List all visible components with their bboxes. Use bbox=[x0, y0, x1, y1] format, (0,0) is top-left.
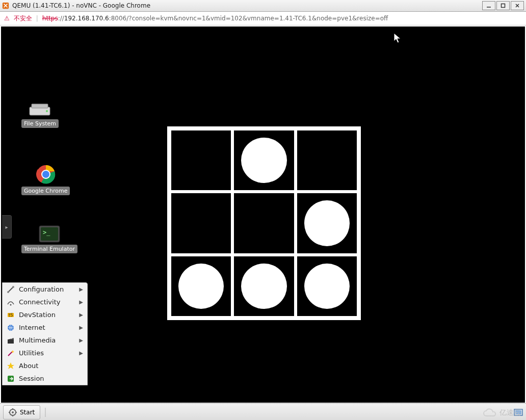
mouse-cursor-icon bbox=[393, 33, 402, 44]
not-secure-icon: ⚠ bbox=[4, 15, 10, 22]
app-icon bbox=[2, 2, 9, 9]
globe-icon bbox=[7, 324, 15, 332]
chevron-right-icon: ▶ bbox=[79, 350, 83, 356]
taskbar-separator bbox=[43, 407, 47, 418]
start-menu-item-about[interactable]: About bbox=[3, 359, 87, 372]
loading-throbber bbox=[167, 126, 361, 320]
start-menu-item-configuration[interactable]: Configuration▶ bbox=[3, 283, 87, 296]
throbber-cell bbox=[297, 130, 357, 190]
system-tray bbox=[514, 409, 523, 416]
chrome-icon bbox=[36, 164, 56, 185]
chevron-right-icon: ▶ bbox=[79, 325, 83, 330]
chevron-right-icon: ▶ bbox=[79, 312, 83, 318]
separator: | bbox=[36, 15, 38, 22]
desktop-icon-label: Terminal Emulator bbox=[21, 245, 77, 253]
devstation-icon: tS bbox=[7, 311, 15, 319]
start-menu: Configuration▶Connectivity▶tSDevStation▶… bbox=[2, 282, 88, 385]
vnc-canvas[interactable]: ▸ File System Google Chrome >_ Terminal … bbox=[1, 27, 525, 403]
svg-text:>_: >_ bbox=[43, 229, 50, 236]
throbber-cell bbox=[234, 130, 294, 190]
exit-icon bbox=[7, 375, 15, 383]
svg-point-28 bbox=[12, 411, 14, 413]
start-menu-item-connectivity[interactable]: Connectivity▶ bbox=[3, 296, 87, 308]
svg-point-8 bbox=[42, 171, 49, 178]
start-menu-item-devstation[interactable]: tSDevStation▶ bbox=[3, 308, 87, 321]
url-display[interactable]: https://192.168.170.6:8006/?console=kvm&… bbox=[42, 15, 388, 22]
throbber-dot bbox=[304, 264, 350, 309]
window-title: QEMU (1.41-TC6.1) - noVNC - Google Chrom… bbox=[12, 2, 482, 9]
taskbar: Start bbox=[0, 403, 526, 420]
content-area: ▸ File System Google Chrome >_ Terminal … bbox=[0, 25, 526, 420]
desktop-icon-label: Google Chrome bbox=[21, 187, 70, 195]
tools-icon bbox=[7, 285, 15, 294]
svg-rect-2 bbox=[502, 4, 505, 8]
address-bar: ⚠ 不安全 | https://192.168.170.6:8006/?cons… bbox=[0, 12, 526, 25]
titlebar: QEMU (1.41-TC6.1) - noVNC - Google Chrom… bbox=[0, 0, 526, 12]
menu-item-label: Internet bbox=[19, 324, 75, 331]
start-button[interactable]: Start bbox=[3, 405, 40, 419]
menu-item-label: DevStation bbox=[19, 311, 75, 319]
terminal-icon: >_ bbox=[39, 225, 60, 243]
start-menu-item-utilities[interactable]: Utilities▶ bbox=[3, 347, 87, 359]
network-icon bbox=[7, 298, 15, 306]
window-controls bbox=[482, 1, 524, 10]
url-sep: :// bbox=[58, 15, 64, 22]
svg-text:tS: tS bbox=[9, 313, 13, 318]
url-scheme: https bbox=[42, 15, 58, 22]
chevron-right-icon: ▶ bbox=[79, 337, 83, 343]
desktop-icon-terminal-emulator[interactable]: >_ Terminal Emulator bbox=[21, 225, 77, 253]
clapper-icon bbox=[7, 336, 15, 345]
chevron-right-icon: ▶ bbox=[79, 286, 83, 292]
url-path: :8006/?console=kvm&novnc=1&vmid=102&vmna… bbox=[109, 15, 388, 22]
svg-point-16 bbox=[12, 286, 14, 288]
menu-item-label: Session bbox=[19, 375, 83, 382]
start-menu-item-multimedia[interactable]: Multimedia▶ bbox=[3, 334, 87, 347]
start-menu-item-session[interactable]: Session bbox=[3, 372, 87, 385]
novnc-control-handle[interactable]: ▸ bbox=[2, 215, 12, 239]
svg-rect-23 bbox=[10, 338, 10, 339]
throbber-dot bbox=[304, 200, 350, 246]
svg-point-15 bbox=[7, 291, 9, 293]
svg-rect-21 bbox=[8, 339, 14, 344]
throbber-cell bbox=[171, 256, 231, 316]
menu-item-label: Connectivity bbox=[19, 298, 75, 306]
drive-icon bbox=[29, 103, 51, 117]
menu-item-label: Multimedia bbox=[19, 336, 75, 344]
star-icon bbox=[7, 362, 15, 370]
throbber-cell bbox=[171, 130, 231, 190]
throbber-cell bbox=[297, 193, 357, 253]
svg-rect-4 bbox=[32, 104, 48, 108]
url-host: 192.168.170.6 bbox=[64, 15, 109, 22]
throbber-cell bbox=[297, 256, 357, 316]
throbber-cell bbox=[171, 193, 231, 253]
svg-point-17 bbox=[10, 304, 12, 305]
close-button[interactable] bbox=[511, 1, 524, 10]
throbber-cell bbox=[234, 256, 294, 316]
gear-icon bbox=[9, 408, 17, 416]
wand-icon bbox=[7, 349, 15, 357]
chevron-right-icon: ▶ bbox=[79, 299, 83, 305]
not-secure-label: 不安全 bbox=[14, 14, 32, 23]
svg-rect-35 bbox=[515, 410, 521, 414]
start-menu-item-internet[interactable]: Internet▶ bbox=[3, 321, 87, 334]
throbber-dot bbox=[241, 138, 286, 183]
minimize-button[interactable] bbox=[482, 1, 495, 10]
menu-item-label: Utilities bbox=[19, 349, 75, 357]
show-desktop-icon[interactable] bbox=[514, 409, 523, 416]
desktop-icon-google-chrome[interactable]: Google Chrome bbox=[21, 164, 70, 195]
desktop-icon-label: File System bbox=[21, 119, 59, 128]
throbber-grid bbox=[171, 130, 357, 316]
menu-item-label: About bbox=[19, 362, 83, 370]
desktop-icon-file-system[interactable]: File System bbox=[21, 103, 59, 128]
throbber-dot bbox=[241, 264, 286, 309]
maximize-button[interactable] bbox=[496, 1, 510, 10]
throbber-cell bbox=[234, 193, 294, 253]
menu-item-label: Configuration bbox=[19, 285, 75, 293]
throbber-dot bbox=[178, 264, 224, 309]
svg-rect-22 bbox=[8, 338, 9, 339]
svg-point-5 bbox=[46, 110, 48, 112]
start-label: Start bbox=[20, 409, 35, 416]
svg-rect-24 bbox=[11, 337, 12, 338]
